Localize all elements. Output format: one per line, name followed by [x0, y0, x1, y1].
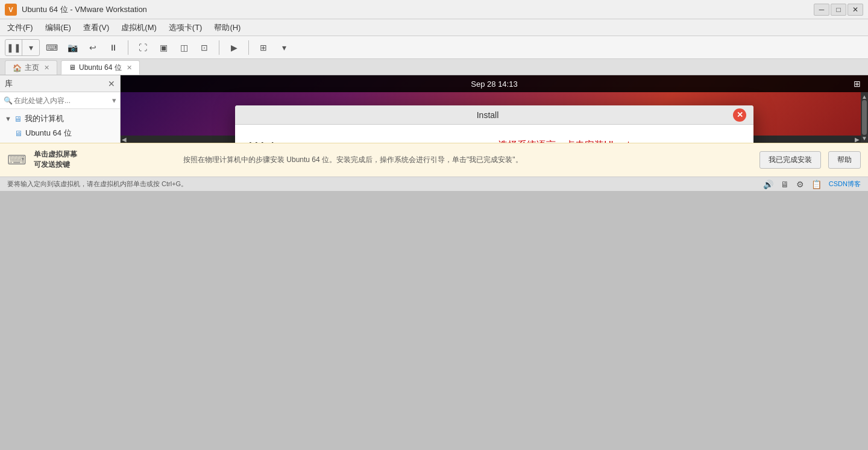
vm-scrollbar[interactable]: ▲ ▼ — [861, 92, 868, 143]
dialog-body: Welcome Asturianu Bahasa Indonesia Bosan… — [235, 125, 753, 143]
complete-install-button[interactable]: 我已完成安装 — [760, 151, 821, 169]
statusbar: 要将输入定向到该虚拟机，请在虚拟机内部单击或按 Ctrl+G。 🔊 🖥 ⚙ 📋 … — [0, 177, 868, 191]
more-button[interactable]: ⊞ — [255, 40, 272, 55]
network-icon[interactable]: ⊞ — [854, 79, 861, 89]
scroll-left-button[interactable]: ◀ — [122, 136, 127, 143]
help-button[interactable]: 帮助 — [828, 151, 861, 169]
dialog-close-button[interactable]: ✕ — [733, 108, 746, 122]
more-dropdown[interactable]: ▾ — [275, 40, 292, 55]
menu-help[interactable]: 帮助(H) — [209, 20, 245, 35]
send-ctrl-alt-del-button[interactable]: ⌨ — [43, 40, 60, 55]
suspend-button[interactable]: ⏸ — [105, 40, 122, 55]
menu-tabs[interactable]: 选项卡(T) — [164, 20, 207, 35]
status-right: 🔊 🖥 ⚙ 📋 CSDN博客 — [763, 180, 861, 189]
expand-icon: ▼ — [5, 115, 11, 122]
vm-icon: 🖥 — [69, 63, 76, 72]
dialog-left-panel: Welcome Asturianu Bahasa Indonesia Bosan… — [250, 139, 382, 143]
vm-display[interactable]: Sep 28 14:13 ⊞ Install ✕ Welcome Asturia… — [121, 75, 868, 143]
sidebar-item-ubuntu[interactable]: 🖥 Ubuntu 64 位 — [0, 126, 120, 140]
vm-hint-bar: ⌨ 单击虚拟屏幕 可发送按键 按照在物理计算机中的步骤安装 Ubuntu 64 … — [0, 143, 868, 177]
home-icon: 🏠 — [13, 64, 22, 72]
pause-dropdown[interactable]: ▾ — [22, 40, 39, 55]
dialog-title: Install — [242, 110, 733, 120]
welcome-heading: Welcome — [250, 139, 382, 143]
fit-button[interactable]: ⊡ — [196, 40, 213, 55]
status-icon-4: 📋 — [811, 180, 822, 189]
ubuntu-time: Sep 28 14:13 — [471, 80, 517, 89]
menu-file[interactable]: 文件(F) — [2, 20, 38, 35]
scroll-up-button[interactable]: ▲ — [861, 93, 867, 100]
vm-hint-title: 单击虚拟屏幕 可发送按键 — [34, 149, 176, 170]
menu-edit[interactable]: 编辑(E) — [40, 20, 76, 35]
pause-group: ❚❚ ▾ — [5, 39, 40, 56]
menu-vm[interactable]: 虚拟机(M) — [116, 20, 162, 35]
vm-hint-text-group: 单击虚拟屏幕 可发送按键 — [34, 149, 176, 171]
titlebar: V Ubuntu 64 位 - VMware Workstation ─ □ ✕ — [0, 0, 868, 19]
scroll-thumb[interactable] — [862, 100, 867, 135]
status-icon-3: ⚙ — [796, 180, 804, 189]
hint-text: 选择系统语言，点击安装Ubuntu — [498, 139, 635, 143]
sidebar-tree: ▼ 🖥 我的计算机 🖥 Ubuntu 64 位 — [0, 109, 120, 143]
view-toggle-button[interactable]: ◫ — [175, 40, 192, 55]
tabs-container: 🏠 主页 ✕ 🖥 Ubuntu 64 位 ✕ — [0, 59, 868, 75]
window-controls: ─ □ ✕ — [814, 4, 863, 16]
menubar: 文件(F) 编辑(E) 查看(V) 虚拟机(M) 选项卡(T) 帮助(H) — [0, 19, 868, 36]
status-text: 要将输入定向到该虚拟机，请在虚拟机内部单击或按 Ctrl+G。 — [7, 180, 187, 189]
app-icon: V — [5, 4, 17, 16]
toolbar-sep-3 — [248, 40, 249, 55]
toolbar-sep-1 — [128, 40, 128, 55]
csdn-link[interactable]: CSDN博客 — [829, 180, 861, 189]
search-icon: 🔍 — [4, 96, 13, 105]
fullscreen-button[interactable]: ⛶ — [134, 40, 151, 55]
console-button[interactable]: ▶ — [225, 40, 242, 55]
tab-vm-close[interactable]: ✕ — [127, 64, 132, 72]
tab-vm[interactable]: 🖥 Ubuntu 64 位 ✕ — [61, 60, 140, 75]
sidebar-header: 库 ✕ — [0, 75, 120, 92]
sidebar-item-my-computer[interactable]: ▼ 🖥 我的计算机 — [0, 111, 120, 126]
toolbar-sep-2 — [219, 40, 219, 55]
sidebar-title: 库 — [5, 78, 108, 89]
menu-view[interactable]: 查看(V) — [78, 20, 114, 35]
unity-button[interactable]: ▣ — [155, 40, 172, 55]
sidebar: 库 ✕ 🔍 ▾ ▼ 🖥 我的计算机 🖥 Ubuntu 64 位 — [0, 75, 121, 143]
vm-item-icon: 🖥 — [14, 129, 22, 138]
scroll-right-button[interactable]: ▶ — [855, 136, 860, 143]
sidebar-search-bar: 🔍 ▾ — [0, 92, 120, 109]
sidebar-close-button[interactable]: ✕ — [108, 79, 115, 89]
pause-button[interactable]: ❚❚ — [5, 40, 22, 55]
install-dialog: Install ✕ Welcome Asturianu Bahasa Indon… — [235, 105, 753, 143]
ubuntu-topbar-right: ⊞ — [854, 79, 861, 89]
search-input[interactable] — [14, 96, 112, 105]
tab-home[interactable]: 🏠 主页 ✕ — [5, 60, 57, 75]
ubuntu-topbar: Sep 28 14:13 ⊞ — [121, 75, 868, 92]
maximize-button[interactable]: □ — [831, 4, 846, 16]
vm-hint-description: 按照在物理计算机中的步骤安装 Ubuntu 64 位。安装完成后，操作系统会进行… — [183, 155, 752, 165]
tab-home-close[interactable]: ✕ — [44, 64, 49, 72]
dialog-right-panel: 选择系统语言，点击安装Ubuntu — [394, 139, 739, 143]
search-dropdown-icon[interactable]: ▾ — [112, 96, 116, 105]
vm-hint-icon: ⌨ — [7, 152, 27, 168]
toolbar: ❚❚ ▾ ⌨ 📷 ↩ ⏸ ⛶ ▣ ◫ ⊡ ▶ ⊞ ▾ — [0, 36, 868, 59]
dialog-titlebar: Install ✕ — [235, 105, 753, 125]
scroll-down-button[interactable]: ▼ — [861, 135, 867, 142]
close-button[interactable]: ✕ — [848, 4, 863, 16]
minimize-button[interactable]: ─ — [814, 4, 829, 16]
app-title: Ubuntu 64 位 - VMware Workstation — [22, 4, 814, 15]
snapshot-button[interactable]: 📷 — [64, 40, 81, 55]
status-icon-1: 🔊 — [763, 180, 773, 189]
computer-icon: 🖥 — [14, 114, 22, 123]
revert-button[interactable]: ↩ — [84, 40, 101, 55]
status-icon-2: 🖥 — [781, 180, 789, 189]
